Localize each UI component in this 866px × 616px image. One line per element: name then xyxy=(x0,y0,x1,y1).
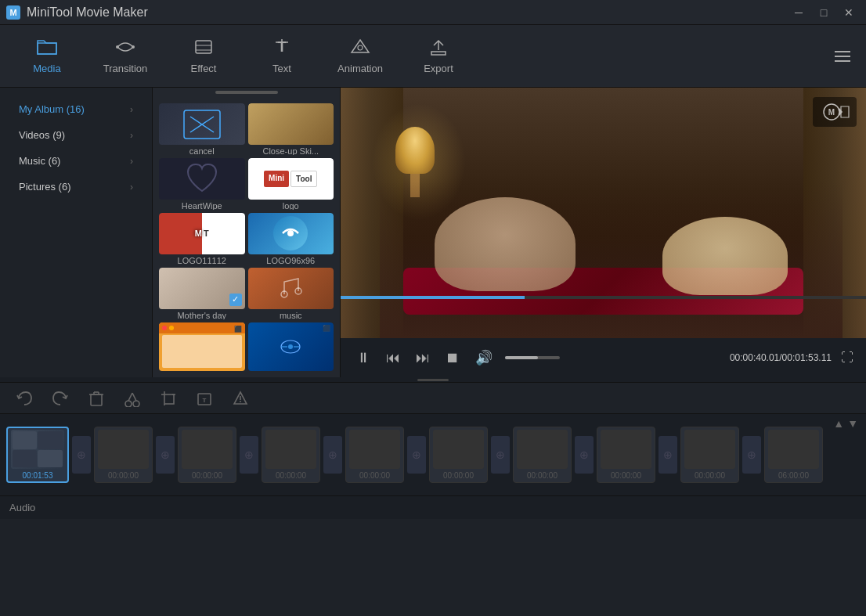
media-item-nemo[interactable]: ⬛ xyxy=(248,322,334,374)
tl-transition-2: ⊕ xyxy=(240,436,258,474)
minimize-button[interactable]: ─ xyxy=(788,5,810,20)
pause-button[interactable]: ⏸ xyxy=(353,347,373,369)
volume-fill xyxy=(505,356,538,359)
media-item-logo96[interactable]: LOGO96x96 xyxy=(248,213,334,265)
timeline-track: 00:01:53 ⊕ 00:00:00 ⊕ 00:00:00 ⊕ 00:00:0… xyxy=(0,414,866,495)
sidebar-item-myalbum[interactable]: My Album (16) › xyxy=(6,97,146,121)
toolbar-item-text[interactable]: T Text xyxy=(243,29,321,84)
tl-transition-6: ⊕ xyxy=(575,436,594,474)
timeline-clip-2[interactable]: 00:00:00 xyxy=(178,427,236,483)
timeline-scroll-up[interactable]: ▲ xyxy=(833,417,844,430)
media-item-cancel[interactable]: cancel xyxy=(159,103,245,155)
toolbar-transition-label: Transition xyxy=(103,63,148,74)
timeline-clip-7[interactable]: 00:00:00 xyxy=(597,427,655,483)
media-item-mothers[interactable]: ✓ Mother's day xyxy=(159,268,245,319)
media-item-heartwipe[interactable]: HeartWipe xyxy=(159,158,245,210)
svg-point-45 xyxy=(240,401,241,402)
clip-5-time: 00:00:00 xyxy=(443,471,474,480)
volume-slider[interactable] xyxy=(505,356,560,359)
toolbar-item-transition[interactable]: Transition xyxy=(86,29,164,84)
tl-transition-3: ⊕ xyxy=(323,436,342,474)
close-button[interactable]: ✕ xyxy=(838,5,860,20)
detach-button[interactable] xyxy=(229,387,252,410)
clip-0-time: 00:01:53 xyxy=(23,471,53,480)
toolbar-item-effect[interactable]: Effect xyxy=(164,29,243,84)
timeline-clip-4[interactable]: 00:00:00 xyxy=(345,427,404,483)
crop-button[interactable] xyxy=(157,387,180,410)
tl-transition-7: ⊕ xyxy=(659,436,677,474)
timeline-clip-6[interactable]: 00:00:00 xyxy=(513,427,572,483)
toolbar-export-label: Export xyxy=(424,63,453,74)
delete-button[interactable] xyxy=(85,387,108,410)
export-icon xyxy=(428,38,449,59)
media-item-closeup[interactable]: Close-up Ski... xyxy=(248,103,334,155)
rewind-button[interactable]: ⏮ xyxy=(383,347,403,369)
transition-icon xyxy=(114,38,136,59)
timeline-clip-9[interactable]: 06:00:00 xyxy=(764,427,823,483)
title-bar: M MiniTool Movie Maker ─ □ ✕ xyxy=(0,0,866,25)
svg-text:M: M xyxy=(828,108,835,117)
media-screenshot-label xyxy=(159,371,245,374)
svg-line-35 xyxy=(132,393,136,401)
svg-rect-36 xyxy=(164,394,174,404)
svg-point-11 xyxy=(358,45,363,50)
svg-point-2 xyxy=(116,45,119,49)
redo-button[interactable] xyxy=(49,387,72,409)
timeline-scroll-down[interactable]: ▼ xyxy=(847,417,858,430)
sidebar-item-pictures[interactable]: Pictures (6) › xyxy=(6,175,146,199)
sidebar-item-videos[interactable]: Videos (9) › xyxy=(6,123,146,147)
hamburger-menu[interactable] xyxy=(827,41,858,72)
timeline[interactable]: ▲ ▼ 00:01:53 ⊕ 00:00:00 ⊕ 00: xyxy=(0,413,866,495)
title-bar-left: M MiniTool Movie Maker xyxy=(6,5,148,20)
toolbar-media-label: Media xyxy=(33,63,60,74)
progress-bar[interactable] xyxy=(341,296,866,299)
text-icon: T xyxy=(271,38,293,59)
text-overlay-button[interactable]: T xyxy=(193,387,216,410)
clip-3-time: 00:00:00 xyxy=(276,471,306,480)
media-music-label: music xyxy=(248,309,334,319)
cut-button[interactable] xyxy=(121,387,144,410)
divider-handle xyxy=(417,379,449,381)
media-grid: cancel Close-up Ski... HeartWipe Mini xyxy=(153,100,340,377)
maximize-button[interactable]: □ xyxy=(813,5,835,20)
progress-fill xyxy=(341,296,525,299)
timeline-clip-8[interactable]: 00:00:00 xyxy=(680,427,739,483)
svg-rect-27 xyxy=(91,394,102,405)
media-item-screenshot[interactable]: ⬛ xyxy=(159,322,245,374)
toolbar-item-media[interactable]: Media xyxy=(8,29,86,84)
tl-transition-0: ⊕ xyxy=(72,436,91,474)
timeline-clip-1[interactable]: 00:00:00 xyxy=(94,427,153,483)
preview-video: M xyxy=(341,88,866,338)
svg-point-33 xyxy=(133,401,139,407)
media-mothers-label: Mother's day xyxy=(159,309,245,319)
svg-point-3 xyxy=(132,45,135,49)
sidebar-videos-arrow: › xyxy=(130,130,133,141)
clip-7-time: 00:00:00 xyxy=(611,471,641,480)
volume-button[interactable]: 🔊 xyxy=(472,346,496,369)
time-display: 00:00:40.01/00:01:53.11 xyxy=(730,352,832,363)
fullscreen-button[interactable]: ⛶ xyxy=(841,351,853,365)
toolbar-item-export[interactable]: Export xyxy=(399,29,478,84)
forward-button[interactable]: ⏭ xyxy=(413,347,433,369)
svg-text:T: T xyxy=(203,397,207,404)
timeline-clip-0[interactable]: 00:01:53 xyxy=(6,427,69,483)
undo-button[interactable] xyxy=(13,387,36,409)
clip-1-time: 00:00:00 xyxy=(108,471,139,480)
svg-rect-4 xyxy=(196,41,211,53)
media-item-logo11[interactable]: M T LOGO11112 xyxy=(159,213,245,265)
timeline-clip-5[interactable]: 00:00:00 xyxy=(429,427,488,483)
media-item-music[interactable]: music xyxy=(248,268,334,319)
timeline-toolbar: T xyxy=(0,382,866,413)
tl-transition-5: ⊕ xyxy=(491,436,510,474)
media-logo96-label: LOGO96x96 xyxy=(248,254,334,265)
toolbar: Media Transition Effect T Text Animation… xyxy=(0,25,866,88)
media-closeup-label: Close-up Ski... xyxy=(248,145,334,155)
clip-8-time: 00:00:00 xyxy=(695,471,725,480)
sidebar-item-music[interactable]: Music (6) › xyxy=(6,149,146,173)
toolbar-item-animation[interactable]: Animation xyxy=(321,29,399,84)
media-item-logo[interactable]: Mini Tool logo xyxy=(248,158,334,210)
sidebar-pictures-arrow: › xyxy=(130,182,133,193)
stop-button[interactable]: ⏹ xyxy=(442,347,463,369)
effect-icon xyxy=(193,38,215,59)
timeline-clip-3[interactable]: 00:00:00 xyxy=(262,427,320,483)
